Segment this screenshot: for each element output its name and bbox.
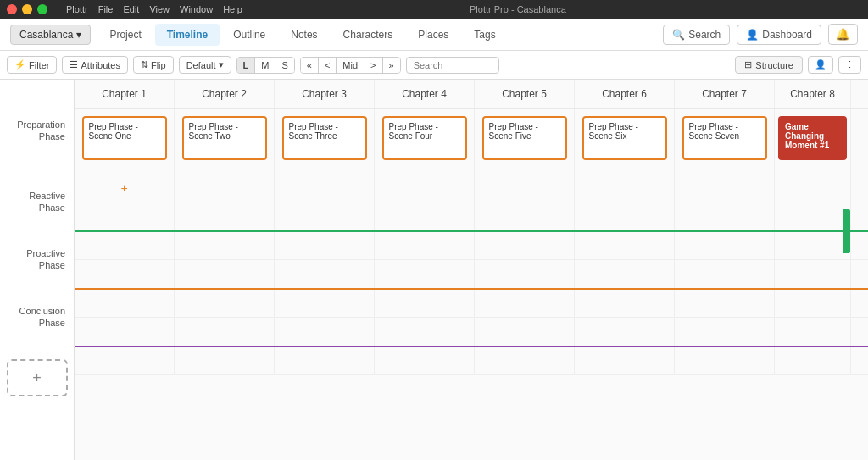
project-name: Casablanca — [19, 29, 73, 41]
size-group: L M S — [236, 57, 295, 74]
nav-group: « < Mid > » — [300, 57, 401, 74]
nav-prev2-button[interactable]: « — [301, 58, 319, 73]
nav-mid-button[interactable]: Mid — [337, 58, 364, 73]
chapters-header: Chapter 1 Chapter 2 Chapter 3 Chapter 4 … — [75, 80, 868, 109]
chapter-6-header: Chapter 6 — [575, 80, 675, 108]
close-button[interactable] — [7, 4, 17, 14]
add-phase-button[interactable]: + — [7, 359, 68, 396]
dropdown-arrow-icon: ▾ — [76, 29, 81, 41]
chapter-8-header: Chapter 8 — [775, 80, 851, 108]
nav-tabs: Project Timeline Outline Notes Character… — [97, 24, 663, 46]
minimize-button[interactable] — [22, 4, 32, 14]
reactive-line — [75, 230, 868, 232]
attributes-icon: ☰ — [70, 59, 78, 70]
conclusion-line — [75, 346, 868, 347]
nav-prev-button[interactable]: < — [319, 58, 337, 73]
tab-outline[interactable]: Outline — [221, 24, 277, 46]
person-icon-btn[interactable]: 👤 — [808, 56, 833, 74]
phase-sidebar: Preparation Phase Reactive Phase Proacti… — [0, 80, 75, 460]
size-l-button[interactable]: L — [237, 58, 256, 73]
scene-card-3[interactable]: Prep Phase - Scene Three — [282, 116, 367, 160]
prep-cell-6: Prep Phase - Scene Six — [575, 109, 675, 202]
main-content: Preparation Phase Reactive Phase Proacti… — [0, 80, 868, 460]
chapter-2-header: Chapter 2 — [175, 80, 275, 108]
prep-cell-1: Prep Phase - Scene One + — [75, 109, 175, 202]
tab-characters[interactable]: Characters — [331, 24, 405, 46]
phase-label-reactive: Reactive Phase — [0, 173, 74, 230]
add-card-button-1[interactable]: + — [120, 181, 127, 195]
menu-view[interactable]: View — [149, 4, 170, 14]
toolbar-right: ⊞ Structure 👤 ⋮ — [735, 56, 861, 74]
chapter-7-header: Chapter 7 — [675, 80, 775, 108]
size-m-button[interactable]: M — [255, 58, 275, 73]
prep-cell-7: Prep Phase - Scene Seven — [675, 109, 775, 202]
nav-right: 🔍 Search 👤 Dashboard 🔔 — [663, 24, 858, 45]
default-button[interactable]: Default ▾ — [179, 56, 231, 74]
tab-places[interactable]: Places — [406, 24, 460, 46]
scene-card-2[interactable]: Prep Phase - Scene Two — [182, 116, 267, 160]
prep-cell-2: Prep Phase - Scene Two — [175, 109, 275, 202]
dashboard-button[interactable]: 👤 Dashboard — [737, 25, 821, 45]
phase-label-prep: Preparation Phase — [0, 80, 74, 173]
chapter-5-header: Chapter 5 — [475, 80, 575, 108]
scene-card-7[interactable]: Prep Phase - Scene Seven — [682, 116, 767, 160]
nav-next-button[interactable]: > — [364, 58, 382, 73]
search-icon: 🔍 — [672, 29, 685, 41]
maximize-button[interactable] — [37, 4, 47, 14]
notification-button[interactable]: 🔔 — [828, 24, 858, 45]
scene-card-1[interactable]: Prep Phase - Scene One — [82, 116, 167, 160]
menu-bar: Plottr File Edit View Window Help — [66, 4, 242, 14]
more-options-button[interactable]: ⋮ — [838, 56, 861, 74]
prep-cell-5: Prep Phase - Scene Five — [475, 109, 575, 202]
phase-label-proactive: Proactive Phase — [0, 230, 74, 288]
phase-label-conclusion: Conclusion Phase — [0, 288, 74, 346]
scene-card-8[interactable]: Game Changing Moment #1 — [778, 116, 847, 160]
prep-cell-8: Game Changing Moment #1 — [775, 109, 851, 202]
tab-tags[interactable]: Tags — [462, 24, 507, 46]
app-title: Plottr Pro - Casablanca — [470, 4, 566, 14]
nav-bar: Casablanca ▾ Project Timeline Outline No… — [0, 19, 868, 51]
scene-card-6[interactable]: Prep Phase - Scene Six — [582, 116, 667, 160]
person-icon: 👤 — [746, 29, 759, 41]
phase-row-reactive — [75, 202, 868, 260]
filter-button[interactable]: ⚡ Filter — [7, 56, 57, 74]
timeline-grid[interactable]: Chapter 1 Chapter 2 Chapter 3 Chapter 4 … — [75, 80, 868, 460]
dropdown-icon: ▾ — [219, 59, 224, 70]
add-icon: + — [32, 369, 42, 387]
tab-project[interactable]: Project — [97, 24, 153, 46]
chapter-1-header: Chapter 1 — [75, 80, 175, 108]
nav-next2-button[interactable]: » — [383, 58, 400, 73]
flip-icon: ⇅ — [141, 59, 148, 70]
scene-card-5[interactable]: Prep Phase - Scene Five — [482, 116, 567, 160]
prep-cell-4: Prep Phase - Scene Four — [375, 109, 475, 202]
attributes-button[interactable]: ☰ Attributes — [62, 56, 127, 74]
search-button[interactable]: 🔍 Search — [663, 25, 730, 45]
flip-button[interactable]: ⇅ Flip — [133, 56, 174, 74]
bell-icon: 🔔 — [836, 28, 850, 41]
menu-edit[interactable]: Edit — [123, 4, 139, 14]
phase-row-prep: Prep Phase - Scene One + Prep Phase - Sc… — [75, 109, 868, 202]
proactive-line — [75, 288, 868, 290]
structure-button[interactable]: ⊞ Structure — [735, 56, 803, 74]
project-dropdown[interactable]: Casablanca ▾ — [10, 25, 91, 45]
menu-plottr[interactable]: Plottr — [66, 4, 88, 14]
toolbar: ⚡ Filter ☰ Attributes ⇅ Flip Default ▾ L… — [0, 51, 868, 80]
phase-row-conclusion — [75, 318, 868, 375]
size-s-button[interactable]: S — [275, 58, 293, 73]
title-bar: Plottr File Edit View Window Help Plottr… — [0, 0, 868, 19]
filter-icon: ⚡ — [14, 59, 26, 70]
structure-icon: ⊞ — [744, 59, 752, 70]
prep-cell-3: Prep Phase - Scene Three — [275, 109, 375, 202]
menu-help[interactable]: Help — [223, 4, 242, 14]
phase-row-proactive — [75, 260, 868, 318]
chapter-4-header: Chapter 4 — [375, 80, 475, 108]
menu-file[interactable]: File — [98, 4, 114, 14]
tab-notes[interactable]: Notes — [279, 24, 329, 46]
add-phase-area: + — [0, 346, 74, 460]
scene-card-4[interactable]: Prep Phase - Scene Four — [382, 116, 467, 160]
search-input[interactable] — [406, 57, 499, 74]
tab-timeline[interactable]: Timeline — [155, 24, 220, 46]
menu-window[interactable]: Window — [180, 4, 213, 14]
chapter-3-header: Chapter 3 — [275, 80, 375, 108]
